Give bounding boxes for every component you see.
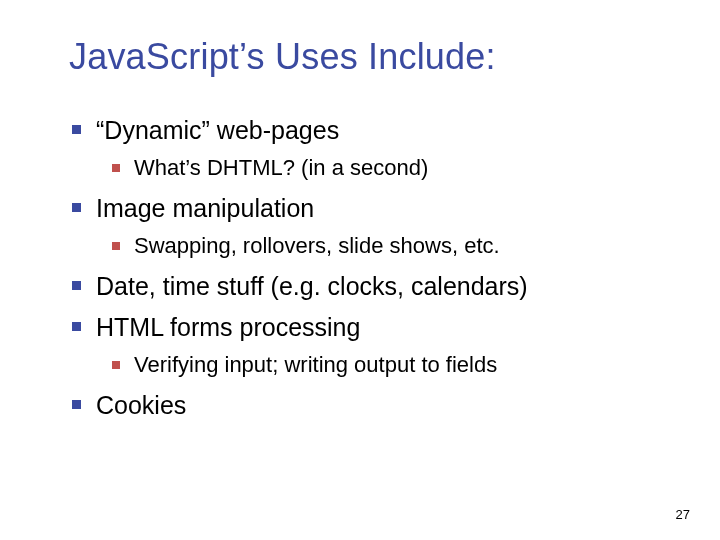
bullet-list: “Dynamic” web-pages What’s DHTML? (in a … [72, 112, 680, 423]
list-item: Date, time stuff (e.g. clocks, calendars… [72, 268, 680, 304]
list-item-text: Date, time stuff (e.g. clocks, calendars… [96, 272, 528, 300]
list-item: What’s DHTML? (in a second) [112, 152, 680, 184]
list-item: “Dynamic” web-pages What’s DHTML? (in a … [72, 112, 680, 184]
list-item-text: What’s DHTML? (in a second) [134, 155, 428, 180]
sub-list: Verifying input; writing output to field… [112, 349, 680, 381]
sub-list: Swapping, rollovers, slide shows, etc. [112, 230, 680, 262]
list-item-text: Image manipulation [96, 194, 314, 222]
list-item: Swapping, rollovers, slide shows, etc. [112, 230, 680, 262]
list-item-text: “Dynamic” web-pages [96, 116, 339, 144]
list-item-text: HTML forms processing [96, 313, 360, 341]
list-item: Image manipulation Swapping, rollovers, … [72, 190, 680, 262]
slide-title: JavaScript’s Uses Include: [69, 36, 680, 78]
list-item-text: Swapping, rollovers, slide shows, etc. [134, 233, 500, 258]
list-item: Verifying input; writing output to field… [112, 349, 680, 381]
list-item-text: Verifying input; writing output to field… [134, 352, 497, 377]
list-item-text: Cookies [96, 391, 186, 419]
list-item: Cookies [72, 387, 680, 423]
slide: JavaScript’s Uses Include: “Dynamic” web… [0, 0, 720, 540]
list-item: HTML forms processing Verifying input; w… [72, 309, 680, 381]
sub-list: What’s DHTML? (in a second) [112, 152, 680, 184]
page-number: 27 [676, 507, 690, 522]
